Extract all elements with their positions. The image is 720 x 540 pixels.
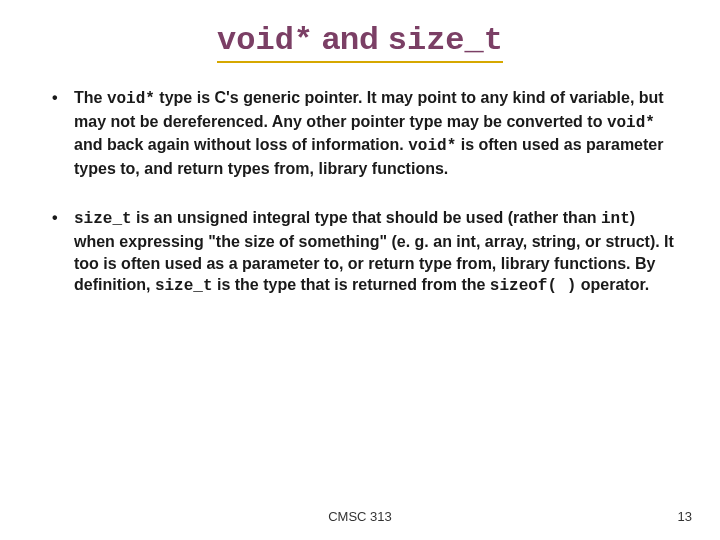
b2-text-1: is an unsigned integral type that should…	[132, 209, 601, 226]
b2-code-3: size_t	[155, 277, 213, 295]
b1-text-1: The	[74, 89, 107, 106]
title-code-sizet: size_t	[388, 22, 503, 59]
b2-code-1: size_t	[74, 210, 132, 228]
b1-code-2: void*	[607, 114, 655, 132]
b1-text-3: and back again without loss of informati…	[74, 136, 408, 153]
b1-code-3: void*	[408, 137, 456, 155]
b2-code-4: sizeof( )	[490, 277, 576, 295]
bullet-2: size_t is an unsigned integral type that…	[46, 207, 680, 297]
footer-course: CMSC 313	[0, 509, 720, 524]
bullet-1: The void* type is C's generic pointer. I…	[46, 87, 680, 179]
footer-page-number: 13	[678, 509, 692, 524]
title-and: and	[313, 20, 388, 56]
title-code-voidstar: void*	[217, 22, 313, 59]
slide: void* and size_t The void* type is C's g…	[0, 0, 720, 540]
bullet-list: The void* type is C's generic pointer. I…	[40, 87, 680, 298]
b2-text-4: operator.	[576, 276, 649, 293]
slide-title: void* and size_t	[40, 20, 680, 63]
b1-code-1: void*	[107, 90, 155, 108]
b2-text-3: is the type that is returned from the	[212, 276, 489, 293]
b2-code-2: int	[601, 210, 630, 228]
b1-text-2: type is C's generic pointer. It may poin…	[74, 89, 664, 130]
